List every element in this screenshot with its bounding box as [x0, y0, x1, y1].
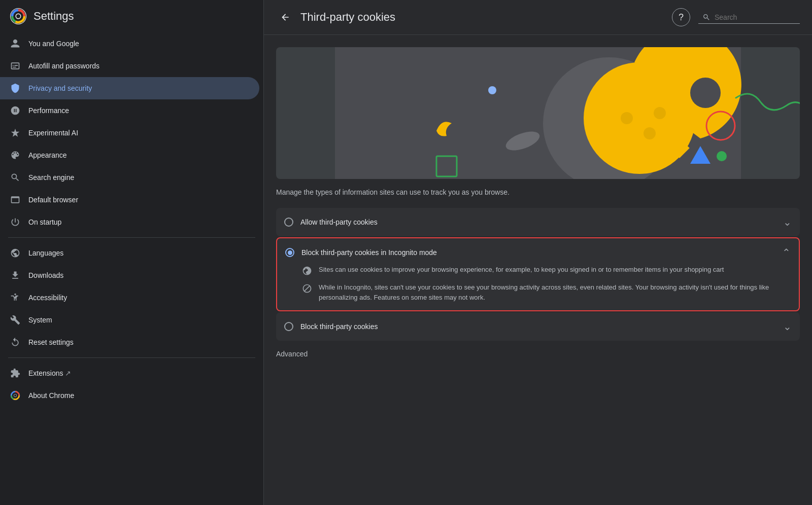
main-content: Third-party cookies ? — [264, 0, 812, 505]
svg-point-6 — [16, 14, 20, 18]
chevron-down-icon[interactable]: ⌄ — [783, 216, 792, 228]
option-block-all-left: Block third-party cookies — [284, 322, 378, 331]
sidebar-header: Settings — [0, 0, 263, 32]
sidebar-item-reset-settings[interactable]: Reset settings — [0, 331, 259, 353]
sidebar-item-system[interactable]: System — [0, 309, 259, 331]
sidebar-item-label: Autofill and passwords — [28, 62, 99, 70]
option-block-all[interactable]: Block third-party cookies ⌄ — [276, 312, 800, 341]
detail-text-cookie: Sites can use cookies to improve your br… — [319, 265, 724, 275]
option-block-all-header: Block third-party cookies ⌄ — [284, 320, 792, 333]
sidebar-item-languages[interactable]: Languages — [0, 242, 259, 264]
sidebar-item-downloads[interactable]: Downloads — [0, 264, 259, 286]
sidebar-item-performance[interactable]: Performance — [0, 99, 259, 122]
option-allow-left: Allow third-party cookies — [284, 218, 378, 227]
sidebar-item-label: Reset settings — [28, 338, 74, 346]
sidebar-item-privacy[interactable]: Privacy and security — [0, 77, 259, 99]
sidebar-item-autofill[interactable]: Autofill and passwords — [0, 55, 259, 77]
sidebar-item-label: Search engine — [28, 173, 74, 182]
sidebar: Settings You and Google Autofill and pas… — [0, 0, 264, 505]
block-circle-icon — [301, 283, 313, 294]
radio-allow[interactable] — [284, 218, 293, 227]
extensions-label: Extensions ↗ — [28, 369, 71, 377]
option-block-incognito[interactable]: Block third-party cookies in Incognito m… — [276, 237, 800, 311]
badge-icon — [10, 61, 20, 71]
sidebar-item-experimental-ai[interactable]: Experimental AI — [0, 122, 259, 144]
description-text: Manage the types of information sites ca… — [264, 187, 812, 208]
svg-point-15 — [621, 112, 633, 124]
palette-icon — [10, 150, 20, 160]
svg-point-26 — [307, 268, 308, 269]
sidebar-item-label: About Chrome — [28, 391, 74, 400]
svg-point-17 — [654, 107, 666, 119]
chevron-up-icon[interactable]: ⌃ — [782, 246, 791, 259]
sidebar-item-label: Experimental AI — [28, 129, 78, 137]
header-search — [698, 11, 800, 24]
about-chrome-icon — [10, 390, 20, 401]
chrome-logo-icon — [10, 8, 26, 24]
detail-item-block: While in Incognito, sites can't use your… — [301, 282, 791, 302]
download-icon — [10, 270, 20, 280]
header-search-icon — [702, 13, 710, 21]
sidebar-item-accessibility[interactable]: Accessibility — [0, 286, 259, 309]
header-search-input[interactable] — [715, 13, 796, 21]
app-title: Settings — [33, 10, 74, 23]
option-block-incognito-header: Block third-party cookies in Incognito m… — [285, 246, 791, 259]
search-icon — [10, 172, 20, 183]
help-button[interactable]: ? — [672, 8, 690, 26]
accessibility-icon — [10, 293, 20, 303]
reset-icon — [10, 337, 20, 347]
sidebar-item-default-browser[interactable]: Default browser — [0, 189, 259, 211]
option-allow-label: Allow third-party cookies — [300, 218, 378, 226]
svg-point-18 — [488, 86, 496, 94]
hero-illustration — [276, 47, 800, 179]
sidebar-item-search-engine[interactable]: Search engine — [0, 166, 259, 189]
sidebar-item-label: Default browser — [28, 196, 78, 204]
power-icon — [10, 217, 20, 227]
sidebar-item-label: System — [28, 316, 52, 324]
sidebar-item-extensions[interactable]: Extensions ↗ — [0, 362, 259, 384]
sidebar-item-label: Appearance — [28, 151, 67, 159]
browser-icon — [10, 195, 20, 205]
svg-point-14 — [690, 78, 721, 108]
sidebar-item-about-chrome[interactable]: About Chrome — [0, 384, 259, 407]
back-button[interactable] — [276, 8, 294, 26]
globe-icon — [10, 248, 20, 258]
option-allow[interactable]: Allow third-party cookies ⌄ — [276, 208, 800, 236]
person-icon — [10, 39, 20, 49]
option-block-all-label: Block third-party cookies — [300, 322, 378, 331]
wrench-icon — [10, 315, 20, 325]
svg-point-10 — [14, 394, 16, 396]
sidebar-item-label: Languages — [28, 249, 63, 257]
svg-point-27 — [309, 271, 310, 272]
option-block-incognito-label: Block third-party cookies in Incognito m… — [301, 248, 437, 257]
svg-point-13 — [584, 62, 695, 174]
chevron-down-icon-2[interactable]: ⌄ — [783, 320, 792, 333]
sidebar-divider-2 — [8, 357, 255, 358]
content-header: Third-party cookies ? — [264, 0, 812, 35]
svg-point-25 — [308, 269, 310, 270]
sidebar-item-label: Privacy and security — [28, 84, 92, 92]
sidebar-item-you-google[interactable]: You and Google — [0, 32, 259, 55]
speed-icon — [10, 105, 20, 116]
advanced-label: Advanced — [264, 342, 812, 362]
header-actions: ? — [672, 8, 800, 26]
page-title: Third-party cookies — [300, 11, 666, 24]
sidebar-item-label: Performance — [28, 106, 69, 115]
sidebar-item-label: On startup — [28, 218, 61, 226]
radio-block-all[interactable] — [284, 322, 293, 331]
sparkle-icon — [10, 128, 20, 138]
sidebar-item-on-startup[interactable]: On startup — [0, 211, 259, 233]
sidebar-item-appearance[interactable]: Appearance — [0, 144, 259, 166]
cookie-icon — [301, 265, 313, 276]
sidebar-item-label: Downloads — [28, 271, 63, 279]
radio-block-incognito[interactable] — [285, 248, 294, 257]
svg-point-7 — [14, 294, 16, 295]
detail-item-cookie: Sites can use cookies to improve your br… — [301, 265, 791, 276]
option-block-incognito-details: Sites can use cookies to improve your br… — [285, 265, 791, 302]
sidebar-item-label: You and Google — [28, 40, 79, 48]
detail-text-block: While in Incognito, sites can't use your… — [319, 282, 791, 302]
puzzle-icon — [10, 368, 20, 378]
sidebar-divider-1 — [8, 237, 255, 238]
option-block-incognito-left: Block third-party cookies in Incognito m… — [285, 248, 437, 257]
option-allow-header: Allow third-party cookies ⌄ — [284, 216, 792, 228]
